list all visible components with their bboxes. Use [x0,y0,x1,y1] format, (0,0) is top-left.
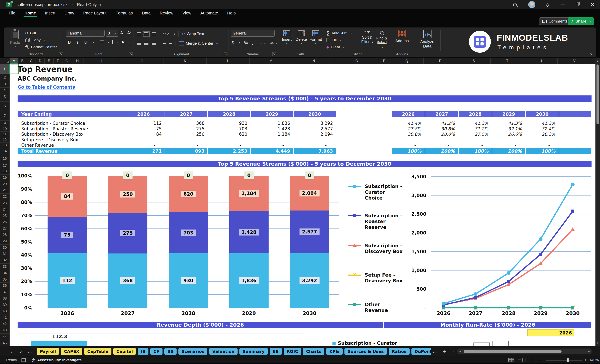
total-pct-cell[interactable]: 100% [425,148,458,154]
alignment-dialog-launcher[interactable]: ↘ [224,52,227,56]
zoom-out-button[interactable]: − [539,357,542,363]
scroll-right-icon[interactable]: ▸ [588,349,590,354]
normal-view-button[interactable] [508,358,514,362]
font-color-dropdown[interactable]: ▾ [128,41,130,44]
column-header-I[interactable]: I [84,58,120,64]
pct-cell[interactable]: 30.8% [425,126,458,132]
table-cell[interactable]: 2,577 [294,126,336,132]
wrap-text-button[interactable]: ↩Wrap Text [182,31,204,37]
column-header-O[interactable]: O [335,58,378,64]
table-cell[interactable]: 368 [165,121,207,126]
row-header-7[interactable]: 7 [0,111,10,121]
pct-cell[interactable]: 30.8% [392,132,425,137]
row-header-40[interactable]: 40 [0,308,10,315]
align-left-icon[interactable] [137,42,141,45]
row-header-24[interactable]: 24 [0,206,10,213]
sheet-tab-charts[interactable]: Charts [303,348,324,355]
column-header-R[interactable]: R [424,58,457,64]
menu-tab-file[interactable]: File [4,9,20,17]
font-dialog-launcher[interactable]: ↘ [129,52,133,56]
total-cell[interactable]: 7,963 [294,148,336,154]
sheet-tab-ratios[interactable]: Ratios [389,348,410,355]
sheet-tab-valuation[interactable]: Valuation [209,348,238,355]
row-header-28[interactable]: 28 [0,232,10,238]
copy-button[interactable]: Copy▾ [25,37,57,43]
pct-cell[interactable]: - [459,143,492,148]
column-header-J[interactable]: J [120,58,164,64]
sheet-tab-roic[interactable]: ROIC [284,348,301,355]
minimize-button[interactable]: — [558,0,567,9]
underline-dropdown[interactable]: ▾ [93,41,94,44]
tabs-list-button[interactable]: … [27,348,34,355]
pct-cell[interactable]: 31.2% [459,126,492,132]
row-header-20[interactable]: 20 [0,181,10,187]
horizontal-scroll-thumb[interactable] [464,350,562,353]
sheet-tab-bs[interactable]: BS [164,348,177,355]
row-header-42[interactable]: 42 [0,321,10,327]
pct-cell[interactable]: 41.4% [392,121,425,126]
sheet-tab-kpis[interactable]: KPIs [326,348,343,355]
sheet-tab-cf[interactable]: CF [150,348,162,355]
fill-button[interactable]: ↓Fill▾ [327,37,352,43]
legend-item[interactable]: ×Setup Fee - Discovery Box [348,272,403,285]
bold-button[interactable]: B [66,40,72,45]
page-break-view-button[interactable] [525,358,531,362]
column-header-B[interactable]: B [18,58,27,64]
find-select-button[interactable]: Find &Select ▾ [375,30,388,49]
pct-cell[interactable]: - [425,137,458,143]
chevron-down-icon[interactable]: ▾ [99,3,101,7]
column-header-D[interactable]: D [36,58,45,64]
clear-button[interactable]: ◆Clear▾ [327,44,352,50]
restore-button[interactable] [573,0,582,9]
pct-cell[interactable]: - [492,137,525,143]
zoom-level[interactable]: 140% [589,357,599,363]
table-cell[interactable]: - [122,143,165,148]
row-header-31[interactable]: 31 [0,251,10,257]
italic-button[interactable]: I [75,40,80,45]
table-cell[interactable]: - [251,137,293,143]
addins-button[interactable]: Add-ins [390,30,414,43]
worksheet[interactable]: Top Revenue ABC Company Inc. Go to Table… [10,64,595,346]
comma-format-button[interactable]: , [252,39,253,46]
increase-decimal-button[interactable]: ←.0 [261,41,266,45]
cut-button[interactable]: ✂Cut [25,30,57,36]
tab-options-kebab[interactable]: ⋮ [450,348,457,355]
table-cell[interactable]: 112 [122,121,165,126]
font-size-select[interactable]: 8▾ [106,30,118,36]
row-header-26[interactable]: 26 [0,219,10,225]
borders-button[interactable] [100,40,104,44]
underline-button[interactable]: U [83,40,88,45]
more-tabs-button[interactable]: … [431,348,438,355]
total-pct-cell[interactable]: 100% [459,148,492,154]
table-cell[interactable]: 620 [208,132,250,137]
menu-tab-data[interactable]: Data [137,9,155,17]
column-header-L[interactable]: L [206,58,250,64]
column-header-V[interactable]: V [558,58,591,64]
table-cell[interactable]: - [122,137,165,143]
align-top-icon[interactable] [137,32,141,35]
pct-cell[interactable]: - [526,143,559,148]
menu-tab-insert[interactable]: Insert [40,9,60,17]
row-header-41[interactable]: 41 [0,314,10,321]
pct-cell[interactable]: 26.3% [526,132,559,137]
line-series[interactable] [443,211,573,305]
clipboard-dialog-launcher[interactable]: ↘ [59,52,63,56]
sheet-tab-summary[interactable]: Summary [239,348,268,355]
row-header-30[interactable]: 30 [0,245,10,251]
column-header-G[interactable]: G [62,58,71,64]
collapse-ribbon-icon[interactable]: ∨ [590,52,592,56]
row-header-32[interactable]: 32 [0,257,10,264]
sheet-tab-dupont[interactable]: DuPont [412,348,431,355]
menu-tab-automate[interactable]: Automate [196,9,223,17]
table-cell[interactable]: - [208,143,250,148]
row-header-37[interactable]: 37 [0,289,10,295]
menu-tab-help[interactable]: Help [223,9,240,17]
column-header-U[interactable]: U [524,58,558,64]
row-header-9[interactable]: 9 [0,121,10,126]
align-center-icon[interactable] [144,42,149,45]
orientation-dropdown[interactable]: ▾ [174,32,175,36]
search-button[interactable] [510,0,519,9]
analyze-data-button[interactable]: AnalyzeData [414,30,440,49]
format-cells-button[interactable]: Format▾ [309,30,322,45]
table-cell[interactable]: 275 [165,126,207,132]
